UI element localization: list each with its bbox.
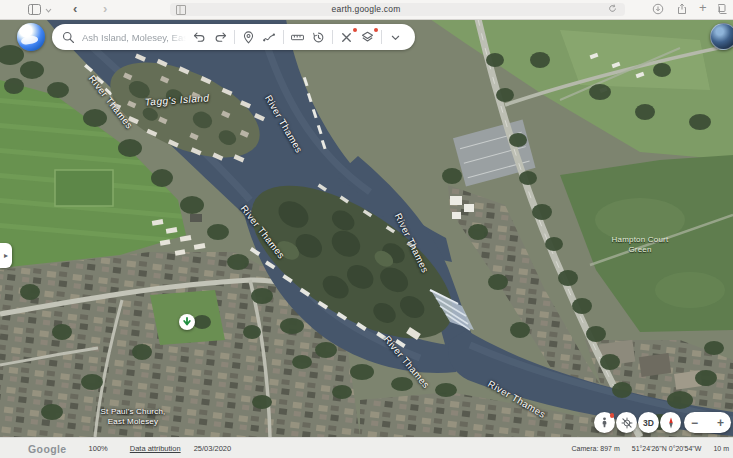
draw-path-icon[interactable]	[262, 30, 277, 45]
zoom-level-value: 100%	[89, 444, 108, 453]
compass-needle-icon	[664, 416, 678, 430]
camera-altitude: Camera: 897 m	[572, 445, 620, 452]
refresh-icon[interactable]	[608, 4, 617, 13]
undo-icon[interactable]	[192, 30, 207, 45]
safari-window: River Thames Tagg's Island River Thames …	[0, 0, 733, 458]
google-watermark: Google	[28, 443, 67, 455]
back-button[interactable]: ‹	[73, 2, 77, 15]
my-location-button[interactable]	[616, 412, 637, 433]
panel-expand-tab[interactable]: ▸	[0, 243, 12, 268]
pegman-button[interactable]	[594, 412, 615, 433]
panel-expand-arrow-icon: ▸	[4, 251, 8, 260]
browser-chrome: ‹ › earth.google.com +	[0, 0, 733, 20]
search-icon[interactable]	[61, 30, 76, 45]
status-bar: Google 100% Data attribution 25/03/2020 …	[0, 437, 733, 458]
toolbar-divider	[234, 30, 235, 44]
new-tab-button[interactable]: +	[699, 1, 707, 14]
zoom-out-button[interactable]: −	[691, 417, 698, 429]
elevation: 10 m	[713, 445, 729, 452]
new-feature-badge	[610, 413, 615, 418]
toolbar-divider	[332, 30, 333, 44]
pegman-icon	[598, 416, 611, 429]
sidebar-toggle-icon[interactable]	[28, 4, 41, 15]
globe-overview[interactable]	[710, 23, 733, 50]
location-arrow-marker[interactable]	[179, 314, 195, 330]
camera-readouts: Camera: 897 m 51°24'26"N 0°20'54"W 10 m	[572, 438, 729, 458]
toggle-3d-button[interactable]: 3D	[638, 412, 659, 433]
placemark-pin-icon[interactable]	[241, 30, 256, 45]
measure-ruler-icon[interactable]	[290, 30, 305, 45]
new-feature-badge	[353, 28, 358, 33]
reader-view-icon[interactable]	[176, 5, 186, 15]
imagery-date: 25/03/2020	[194, 444, 232, 453]
toolbar-divider	[283, 30, 284, 44]
compass[interactable]	[660, 412, 681, 433]
satellite-terrain[interactable]	[0, 0, 733, 458]
forward-button[interactable]: ›	[103, 2, 107, 15]
chevron-down-icon[interactable]	[388, 30, 403, 45]
new-feature-badge	[374, 28, 379, 33]
toolbar-divider	[381, 30, 382, 44]
search-input[interactable]: Ash Island, Molesey, East Molese	[82, 32, 186, 43]
historical-imagery-icon[interactable]	[311, 30, 326, 45]
url-text[interactable]: earth.google.com	[332, 4, 401, 14]
earth-toolbar: Ash Island, Molesey, East Molese	[52, 24, 415, 50]
tab-overview-icon[interactable]	[718, 3, 730, 15]
data-attribution-link[interactable]: Data attribution	[130, 444, 181, 453]
google-earth-logo[interactable]	[17, 23, 45, 51]
share-icon[interactable]	[676, 3, 688, 15]
downloads-icon[interactable]	[652, 3, 664, 15]
x-tool-icon[interactable]	[339, 30, 354, 45]
green-arrow-down-icon	[182, 317, 192, 327]
zoom-in-button[interactable]: +	[717, 417, 724, 429]
zoom-control: − +	[684, 412, 731, 433]
redo-icon[interactable]	[213, 30, 228, 45]
location-disabled-icon	[620, 416, 634, 430]
coordinates: 51°24'26"N 0°20'54"W	[632, 445, 702, 452]
sidebar-chevron-icon[interactable]	[45, 8, 52, 13]
layers-icon[interactable]	[360, 30, 375, 45]
